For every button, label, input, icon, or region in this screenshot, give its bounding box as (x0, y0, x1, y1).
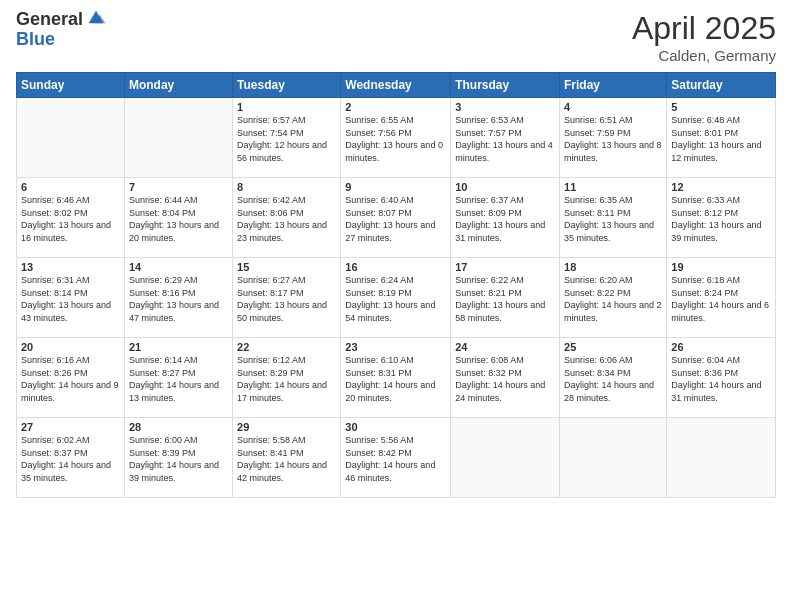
day-number: 24 (455, 341, 555, 353)
day-info: Sunrise: 5:56 AM Sunset: 8:42 PM Dayligh… (345, 434, 446, 484)
day-info: Sunrise: 6:08 AM Sunset: 8:32 PM Dayligh… (455, 354, 555, 404)
day-number: 21 (129, 341, 228, 353)
day-number: 9 (345, 181, 446, 193)
day-number: 25 (564, 341, 662, 353)
day-number: 29 (237, 421, 336, 433)
calendar-cell: 25Sunrise: 6:06 AM Sunset: 8:34 PM Dayli… (560, 338, 667, 418)
calendar-cell: 26Sunrise: 6:04 AM Sunset: 8:36 PM Dayli… (667, 338, 776, 418)
day-number: 7 (129, 181, 228, 193)
day-info: Sunrise: 6:33 AM Sunset: 8:12 PM Dayligh… (671, 194, 771, 244)
day-number: 18 (564, 261, 662, 273)
calendar-cell: 30Sunrise: 5:56 AM Sunset: 8:42 PM Dayli… (341, 418, 451, 498)
calendar-cell: 5Sunrise: 6:48 AM Sunset: 8:01 PM Daylig… (667, 98, 776, 178)
day-info: Sunrise: 6:55 AM Sunset: 7:56 PM Dayligh… (345, 114, 446, 164)
day-number: 8 (237, 181, 336, 193)
day-info: Sunrise: 6:37 AM Sunset: 8:09 PM Dayligh… (455, 194, 555, 244)
day-number: 10 (455, 181, 555, 193)
calendar-cell: 8Sunrise: 6:42 AM Sunset: 8:06 PM Daylig… (233, 178, 341, 258)
day-number: 30 (345, 421, 446, 433)
calendar-cell: 9Sunrise: 6:40 AM Sunset: 8:07 PM Daylig… (341, 178, 451, 258)
day-info: Sunrise: 6:42 AM Sunset: 8:06 PM Dayligh… (237, 194, 336, 244)
calendar-cell: 11Sunrise: 6:35 AM Sunset: 8:11 PM Dayli… (560, 178, 667, 258)
day-info: Sunrise: 6:18 AM Sunset: 8:24 PM Dayligh… (671, 274, 771, 324)
day-info: Sunrise: 5:58 AM Sunset: 8:41 PM Dayligh… (237, 434, 336, 484)
day-number: 16 (345, 261, 446, 273)
calendar-cell: 24Sunrise: 6:08 AM Sunset: 8:32 PM Dayli… (451, 338, 560, 418)
week-row-1: 1Sunrise: 6:57 AM Sunset: 7:54 PM Daylig… (17, 98, 776, 178)
page: General Blue April 2025 Calden, Germany … (0, 0, 792, 612)
month-title: April 2025 (632, 10, 776, 47)
week-row-4: 20Sunrise: 6:16 AM Sunset: 8:26 PM Dayli… (17, 338, 776, 418)
logo-text: General Blue (16, 10, 107, 50)
calendar-cell (451, 418, 560, 498)
day-number: 4 (564, 101, 662, 113)
day-info: Sunrise: 6:51 AM Sunset: 7:59 PM Dayligh… (564, 114, 662, 164)
calendar-cell (560, 418, 667, 498)
calendar-table: SundayMondayTuesdayWednesdayThursdayFrid… (16, 72, 776, 498)
day-info: Sunrise: 6:40 AM Sunset: 8:07 PM Dayligh… (345, 194, 446, 244)
day-info: Sunrise: 6:10 AM Sunset: 8:31 PM Dayligh… (345, 354, 446, 404)
day-number: 5 (671, 101, 771, 113)
day-number: 22 (237, 341, 336, 353)
calendar-cell: 2Sunrise: 6:55 AM Sunset: 7:56 PM Daylig… (341, 98, 451, 178)
day-info: Sunrise: 6:06 AM Sunset: 8:34 PM Dayligh… (564, 354, 662, 404)
logo-icon (85, 7, 107, 29)
day-number: 6 (21, 181, 120, 193)
day-info: Sunrise: 6:44 AM Sunset: 8:04 PM Dayligh… (129, 194, 228, 244)
day-number: 14 (129, 261, 228, 273)
day-number: 2 (345, 101, 446, 113)
title-block: April 2025 Calden, Germany (632, 10, 776, 64)
header: General Blue April 2025 Calden, Germany (16, 10, 776, 64)
day-info: Sunrise: 6:35 AM Sunset: 8:11 PM Dayligh… (564, 194, 662, 244)
day-info: Sunrise: 6:02 AM Sunset: 8:37 PM Dayligh… (21, 434, 120, 484)
calendar-cell: 23Sunrise: 6:10 AM Sunset: 8:31 PM Dayli… (341, 338, 451, 418)
calendar-cell: 22Sunrise: 6:12 AM Sunset: 8:29 PM Dayli… (233, 338, 341, 418)
weekday-header-tuesday: Tuesday (233, 73, 341, 98)
calendar-cell: 13Sunrise: 6:31 AM Sunset: 8:14 PM Dayli… (17, 258, 125, 338)
day-number: 28 (129, 421, 228, 433)
calendar-cell: 12Sunrise: 6:33 AM Sunset: 8:12 PM Dayli… (667, 178, 776, 258)
day-number: 23 (345, 341, 446, 353)
day-number: 26 (671, 341, 771, 353)
day-info: Sunrise: 6:27 AM Sunset: 8:17 PM Dayligh… (237, 274, 336, 324)
day-number: 11 (564, 181, 662, 193)
calendar-cell: 18Sunrise: 6:20 AM Sunset: 8:22 PM Dayli… (560, 258, 667, 338)
day-info: Sunrise: 6:29 AM Sunset: 8:16 PM Dayligh… (129, 274, 228, 324)
calendar-cell: 16Sunrise: 6:24 AM Sunset: 8:19 PM Dayli… (341, 258, 451, 338)
week-row-3: 13Sunrise: 6:31 AM Sunset: 8:14 PM Dayli… (17, 258, 776, 338)
day-info: Sunrise: 6:31 AM Sunset: 8:14 PM Dayligh… (21, 274, 120, 324)
calendar-cell (124, 98, 232, 178)
day-number: 27 (21, 421, 120, 433)
day-number: 19 (671, 261, 771, 273)
day-info: Sunrise: 6:12 AM Sunset: 8:29 PM Dayligh… (237, 354, 336, 404)
day-info: Sunrise: 6:04 AM Sunset: 8:36 PM Dayligh… (671, 354, 771, 404)
calendar-cell (17, 98, 125, 178)
calendar-cell: 6Sunrise: 6:46 AM Sunset: 8:02 PM Daylig… (17, 178, 125, 258)
week-row-2: 6Sunrise: 6:46 AM Sunset: 8:02 PM Daylig… (17, 178, 776, 258)
day-number: 1 (237, 101, 336, 113)
calendar-cell: 10Sunrise: 6:37 AM Sunset: 8:09 PM Dayli… (451, 178, 560, 258)
logo: General Blue (16, 10, 107, 50)
day-number: 3 (455, 101, 555, 113)
weekday-header-sunday: Sunday (17, 73, 125, 98)
week-row-5: 27Sunrise: 6:02 AM Sunset: 8:37 PM Dayli… (17, 418, 776, 498)
weekday-header-thursday: Thursday (451, 73, 560, 98)
calendar-cell: 27Sunrise: 6:02 AM Sunset: 8:37 PM Dayli… (17, 418, 125, 498)
calendar-cell: 29Sunrise: 5:58 AM Sunset: 8:41 PM Dayli… (233, 418, 341, 498)
calendar-cell: 19Sunrise: 6:18 AM Sunset: 8:24 PM Dayli… (667, 258, 776, 338)
calendar-cell: 21Sunrise: 6:14 AM Sunset: 8:27 PM Dayli… (124, 338, 232, 418)
calendar-cell: 3Sunrise: 6:53 AM Sunset: 7:57 PM Daylig… (451, 98, 560, 178)
calendar-cell: 17Sunrise: 6:22 AM Sunset: 8:21 PM Dayli… (451, 258, 560, 338)
weekday-header-wednesday: Wednesday (341, 73, 451, 98)
weekday-header-friday: Friday (560, 73, 667, 98)
calendar-cell: 14Sunrise: 6:29 AM Sunset: 8:16 PM Dayli… (124, 258, 232, 338)
day-info: Sunrise: 6:20 AM Sunset: 8:22 PM Dayligh… (564, 274, 662, 324)
day-info: Sunrise: 6:22 AM Sunset: 8:21 PM Dayligh… (455, 274, 555, 324)
day-info: Sunrise: 6:00 AM Sunset: 8:39 PM Dayligh… (129, 434, 228, 484)
weekday-header-monday: Monday (124, 73, 232, 98)
day-info: Sunrise: 6:53 AM Sunset: 7:57 PM Dayligh… (455, 114, 555, 164)
logo-general: General (16, 10, 83, 30)
day-info: Sunrise: 6:14 AM Sunset: 8:27 PM Dayligh… (129, 354, 228, 404)
weekday-header-saturday: Saturday (667, 73, 776, 98)
day-number: 20 (21, 341, 120, 353)
